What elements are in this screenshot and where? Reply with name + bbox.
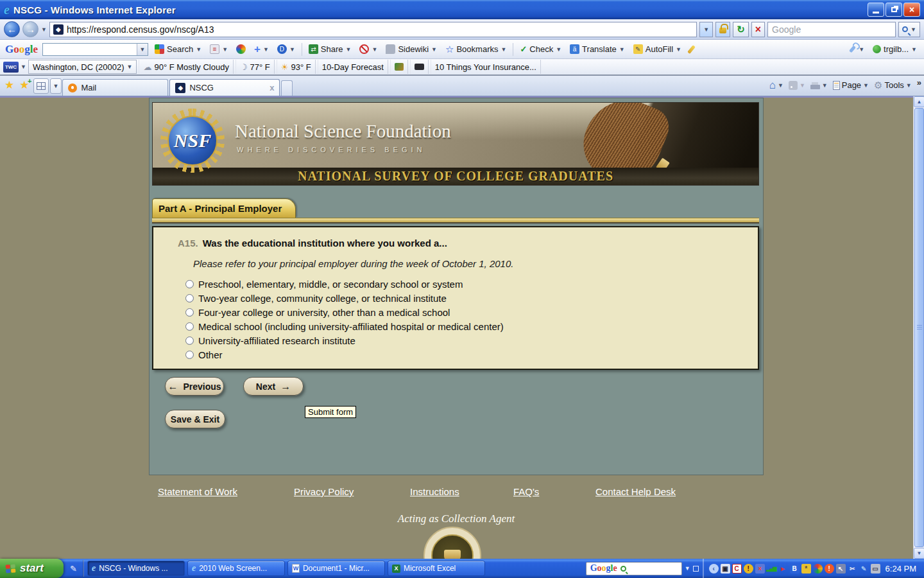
new-tab-stub[interactable] (281, 80, 293, 96)
translate-button[interactable]: ä Translate▼ (568, 43, 627, 55)
add-gadget-button[interactable]: +▼ (252, 42, 271, 57)
refresh-button[interactable]: ↻ (733, 22, 749, 37)
weather-map-button[interactable] (390, 60, 408, 74)
link-privacy-policy[interactable]: Privacy Policy (294, 486, 354, 497)
tray-network-error-icon[interactable]: × (755, 564, 765, 574)
popup-blocker-button[interactable]: ▼ (357, 43, 379, 55)
scroll-up-button[interactable]: ▲ (914, 96, 924, 107)
search-go-button[interactable]: ▼ (898, 22, 920, 37)
weather-low[interactable]: ☽ 77° F (235, 60, 275, 74)
address-dropdown-button[interactable]: ▼ (699, 22, 713, 37)
tab-nscg[interactable]: ◆ NSCG x (169, 79, 280, 96)
radio-option-two-year[interactable]: Two-year college, community college, or … (185, 291, 745, 305)
dell-button[interactable]: D▼ (275, 43, 297, 55)
task-web-screen[interactable]: e 2010 Web Screen... (187, 561, 285, 576)
google-toolbar-search-input[interactable]: ▼ (42, 43, 148, 56)
link-instructions[interactable]: Instructions (410, 486, 459, 497)
next-button[interactable]: Next→ (243, 377, 304, 396)
bookmarks-button[interactable]: ☆ Bookmarks▼ (443, 42, 508, 57)
desktop-search-box[interactable]: Google (586, 562, 682, 575)
link-faqs[interactable]: FAQ's (513, 486, 539, 497)
save-exit-button[interactable]: Save & Exit (165, 410, 225, 428)
stop-button[interactable]: × (751, 22, 765, 37)
desktop-search-minimize[interactable] (693, 566, 699, 572)
autofill-button[interactable]: ✎ AutoFill▼ (631, 43, 683, 55)
vertical-scrollbar[interactable]: ▲ ▼ (913, 96, 924, 559)
toolbar-overflow-button[interactable]: » (917, 78, 921, 87)
desktop-search-caret[interactable]: ▼ (685, 565, 690, 572)
link-contact-help-desk[interactable]: Contact Help Desk (595, 486, 676, 497)
toolbar-settings-button[interactable]: ▼ (849, 44, 866, 54)
previous-button[interactable]: ←Previous (165, 377, 224, 396)
tab-list-button[interactable]: ▼ (50, 78, 62, 94)
tray-flag-icon[interactable]: ► (778, 564, 788, 574)
twc-logo-icon[interactable]: TWC (3, 62, 19, 73)
forecast-button[interactable]: 10-Day Forecast (318, 60, 388, 74)
google-swirl-button[interactable] (234, 43, 248, 55)
link-statement-of-work[interactable]: Statement of Work (158, 486, 237, 497)
radio-option-medical[interactable]: Medical school (including university-aff… (185, 319, 745, 333)
tray-scissors-icon[interactable]: ✂ (848, 564, 857, 574)
tray-burn-icon[interactable]: C (732, 564, 742, 574)
print-button[interactable]: ▼ (810, 81, 828, 89)
browser-search-input[interactable] (772, 24, 891, 35)
weather-high[interactable]: ☀ 93° F (277, 60, 316, 74)
favorites-button[interactable]: ★ (4, 78, 14, 92)
page-menu-button[interactable]: Page▼ (833, 80, 869, 90)
tray-key-icon[interactable]: * (801, 564, 811, 574)
weather-video-button[interactable] (410, 60, 429, 74)
radio-icon[interactable] (185, 322, 194, 331)
restore-button[interactable] (886, 3, 902, 17)
tray-signal-icon[interactable]: ▂▄▆ (767, 564, 776, 574)
home-button[interactable]: ⌂▼ (769, 79, 783, 92)
tray-security-shield-icon[interactable]: ! (744, 564, 753, 574)
radio-option-preschool[interactable]: Preschool, elementary, middle, or second… (185, 277, 745, 291)
tray-display-icon[interactable]: ▣ (721, 564, 730, 574)
radio-icon[interactable] (185, 308, 194, 317)
add-favorite-button[interactable]: ★ (19, 78, 29, 92)
tab-mail[interactable]: Mail (62, 79, 168, 96)
tray-google-icon[interactable] (813, 564, 823, 574)
tray-pen-icon[interactable]: ✎ (859, 564, 869, 574)
radio-icon[interactable] (185, 280, 194, 288)
close-button[interactable]: × (903, 3, 920, 17)
tray-pointer-icon[interactable]: ↖ (836, 564, 846, 574)
security-lock-button[interactable] (715, 22, 730, 37)
weather-headline[interactable]: 10 Things Your Insurance... (431, 60, 541, 74)
google-search-button[interactable]: Search▼ (153, 43, 203, 55)
radio-option-four-year[interactable]: Four-year college or university, other t… (185, 305, 745, 319)
radio-option-other[interactable]: Other (185, 347, 745, 362)
account-button[interactable]: trgilb...▼ (871, 43, 919, 55)
tray-monitor-icon[interactable]: ▭ (871, 564, 880, 574)
start-button[interactable]: start (0, 559, 64, 578)
tray-bluetooth-icon[interactable]: B (790, 564, 800, 574)
share-button[interactable]: ⇄ Share▼ (307, 43, 354, 55)
scrollbar-thumb[interactable] (914, 108, 924, 547)
radio-icon[interactable] (185, 337, 194, 345)
scroll-down-button[interactable]: ▼ (914, 548, 924, 559)
news-button[interactable]: ≡▼ (208, 43, 230, 55)
back-button[interactable]: ← (4, 21, 20, 37)
tab-close-icon[interactable]: x (270, 83, 274, 92)
spellcheck-button[interactable]: ✓ Check▼ (518, 43, 563, 55)
radio-icon[interactable] (185, 294, 194, 302)
address-field[interactable]: ◆ https://respond.census.gov/nscg/A13 (49, 22, 697, 37)
quick-launch-pen-icon[interactable]: ✎ (70, 564, 77, 574)
weather-current[interactable]: ☁ 90° F Mostly Cloudy (139, 60, 233, 74)
tools-menu-button[interactable]: ⚙Tools▼ (874, 80, 912, 91)
minimize-button[interactable] (868, 3, 884, 17)
tray-alert-icon[interactable]: ! (825, 564, 834, 574)
highlighter-button[interactable] (688, 44, 695, 55)
task-nscg[interactable]: e NSCG - Windows ... (87, 561, 185, 576)
weather-location-dropdown[interactable]: Washington, DC (20002)▼ (28, 60, 137, 74)
quick-tabs-button[interactable] (33, 78, 49, 94)
feeds-button[interactable]: ▼ (789, 81, 805, 90)
task-word-document[interactable]: W Document1 - Micr... (287, 561, 385, 576)
tray-collapse-icon[interactable]: ‹ (709, 564, 719, 574)
history-dropdown-icon[interactable]: ▼ (41, 26, 47, 33)
task-excel[interactable]: X Microsoft Excel (388, 561, 485, 576)
browser-search-box[interactable] (767, 22, 896, 37)
forward-button[interactable]: → (22, 21, 38, 37)
radio-option-research[interactable]: University-affiliated research institute (185, 333, 745, 347)
radio-icon[interactable] (185, 351, 194, 359)
